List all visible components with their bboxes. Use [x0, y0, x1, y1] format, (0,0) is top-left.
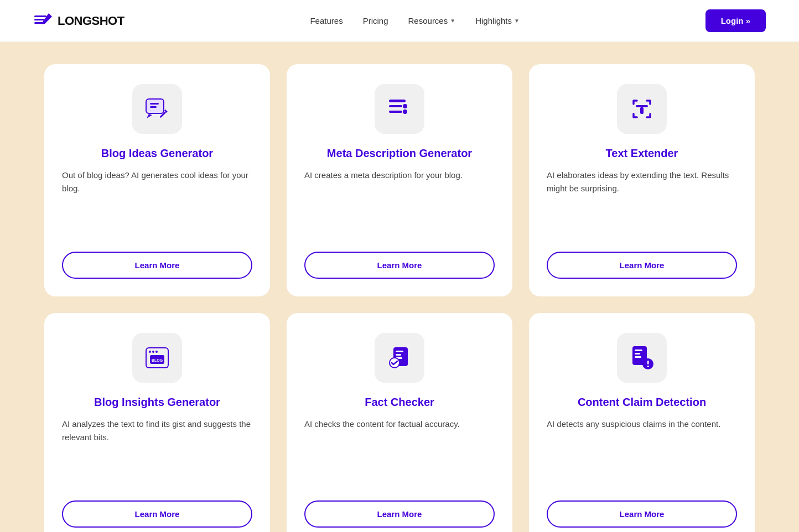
chevron-down-icon: ▼ — [450, 18, 455, 24]
nav-item-pricing[interactable]: Pricing — [363, 16, 388, 25]
svg-point-12 — [403, 104, 407, 108]
card-desc-fact-checker: AI checks the content for factual accura… — [304, 418, 460, 485]
learn-more-blog-insights-button[interactable]: Learn More — [62, 500, 252, 528]
fact-check-icon — [385, 343, 414, 373]
card-blog-ideas-generator: Blog Ideas Generator Out of blog ideas? … — [44, 64, 270, 296]
card-icon-blog-ideas — [132, 84, 182, 134]
nav-links: Features Pricing Resources ▼ Highlights … — [310, 16, 519, 25]
text-box-icon — [627, 94, 657, 124]
card-icon-meta-desc — [375, 84, 424, 134]
cards-row-1: Blog Ideas Generator Out of blog ideas? … — [44, 64, 755, 296]
card-title-meta-desc: Meta Description Generator — [327, 147, 472, 160]
chevron-down-icon: ▼ — [514, 18, 520, 24]
card-title-text-extender: Text Extender — [606, 147, 678, 160]
learn-more-content-claim-button[interactable]: Learn More — [547, 500, 737, 528]
svg-rect-32 — [635, 353, 640, 354]
nav-link-pricing[interactable]: Pricing — [363, 16, 388, 25]
learn-more-fact-checker-button[interactable]: Learn More — [304, 500, 495, 528]
main-content: Blog Ideas Generator Out of blog ideas? … — [0, 42, 799, 532]
card-desc-meta-desc: AI creates a meta description for your b… — [304, 169, 463, 236]
svg-rect-0 — [34, 15, 46, 17]
edit-chat-icon — [142, 94, 172, 124]
svg-rect-25 — [396, 351, 403, 352]
nav-item-features[interactable]: Features — [310, 16, 343, 25]
card-icon-fact-checker — [375, 333, 424, 383]
navbar: LONGSHOT Features Pricing Resources ▼ Hi… — [0, 0, 799, 42]
card-icon-blog-insights: BLOG — [132, 333, 182, 383]
svg-rect-7 — [150, 106, 157, 108]
svg-point-20 — [152, 351, 154, 353]
svg-point-21 — [155, 351, 158, 353]
svg-rect-11 — [389, 105, 402, 107]
logo-link[interactable]: LONGSHOT — [33, 11, 124, 31]
svg-marker-5 — [147, 114, 152, 118]
svg-rect-33 — [635, 356, 641, 358]
logo-icon — [33, 11, 53, 31]
svg-point-14 — [403, 109, 407, 114]
card-icon-text-extender — [617, 84, 667, 134]
card-meta-description-generator: Meta Description Generator AI creates a … — [287, 64, 512, 296]
svg-rect-15 — [636, 105, 648, 107]
card-title-blog-insights: Blog Insights Generator — [94, 396, 220, 409]
card-fact-checker: Fact Checker AI checks the content for f… — [287, 313, 512, 532]
nav-link-resources[interactable]: Resources ▼ — [408, 16, 456, 25]
svg-rect-26 — [396, 354, 401, 356]
svg-rect-31 — [635, 350, 642, 351]
cards-row-2: BLOG Blog Insights Generator AI analyzes… — [44, 313, 755, 532]
svg-text:BLOG: BLOG — [152, 358, 163, 362]
nav-link-highlights[interactable]: Highlights ▼ — [475, 16, 520, 25]
card-text-extender: Text Extender AI elaborates ideas by ext… — [529, 64, 755, 296]
nav-item-resources[interactable]: Resources ▼ — [408, 16, 456, 25]
login-button[interactable]: Login » — [705, 9, 766, 32]
svg-rect-13 — [389, 111, 402, 113]
card-title-blog-ideas: Blog Ideas Generator — [101, 147, 213, 160]
card-title-content-claim: Content Claim Detection — [578, 396, 706, 409]
svg-rect-10 — [389, 100, 406, 102]
list-bullets-icon — [385, 94, 414, 124]
svg-rect-1 — [34, 19, 44, 20]
svg-rect-35 — [647, 361, 649, 364]
blog-window-icon: BLOG — [142, 343, 172, 373]
nav-link-features[interactable]: Features — [310, 16, 343, 25]
svg-point-36 — [647, 366, 649, 367]
card-blog-insights-generator: BLOG Blog Insights Generator AI analyzes… — [44, 313, 270, 532]
card-icon-content-claim — [617, 333, 667, 383]
card-desc-text-extender: AI elaborates ideas by extending the tex… — [547, 169, 737, 236]
learn-more-text-extender-button[interactable]: Learn More — [547, 252, 737, 279]
card-desc-blog-insights: AI analyzes the text to find its gist an… — [62, 418, 252, 485]
nav-item-highlights[interactable]: Highlights ▼ — [475, 16, 520, 25]
svg-point-19 — [149, 351, 151, 353]
logo-text: LONGSHOT — [58, 14, 124, 28]
learn-more-blog-ideas-button[interactable]: Learn More — [62, 252, 252, 279]
doc-alert-icon — [627, 343, 657, 373]
card-desc-blog-ideas: Out of blog ideas? AI generates cool ide… — [62, 169, 252, 236]
learn-more-meta-desc-button[interactable]: Learn More — [304, 252, 495, 279]
card-title-fact-checker: Fact Checker — [365, 396, 434, 409]
svg-rect-16 — [640, 107, 644, 114]
card-content-claim-detection: Content Claim Detection AI detects any s… — [529, 313, 755, 532]
svg-rect-6 — [150, 103, 159, 105]
card-desc-content-claim: AI detects any suspicious claims in the … — [547, 418, 720, 485]
